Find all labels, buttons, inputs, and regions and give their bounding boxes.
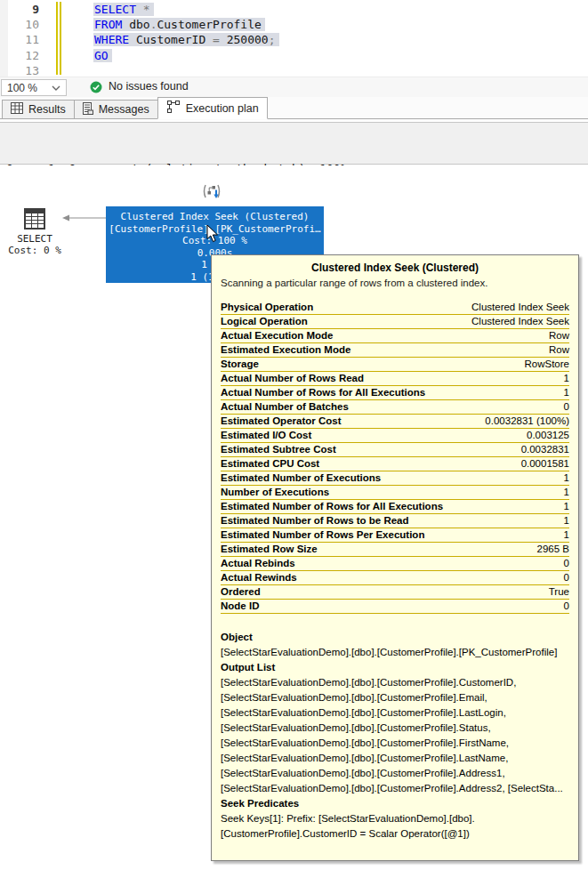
mouse-cursor-icon <box>206 224 219 243</box>
tooltip-row: Estimated Row Size2965 B <box>221 543 569 557</box>
tooltip-row-label: Estimated Execution Mode <box>221 343 350 357</box>
editor-status-bar: 100 % No issues found <box>0 77 588 97</box>
result-table-icon <box>24 207 45 230</box>
tooltip-row: Estimated I/O Cost0.003125 <box>221 429 569 443</box>
tooltip-row-value: True <box>549 585 569 599</box>
check-circle-icon <box>90 81 102 93</box>
tooltip-section-line: [SelectStarEvaluationDemo].[dbo].[Custom… <box>221 766 569 781</box>
tooltip-row: Estimated CPU Cost0.0001581 <box>221 457 569 471</box>
tooltip-row: Estimated Number of Rows to be Read1 <box>221 514 569 528</box>
sql-keyword: FROM <box>94 18 122 31</box>
line-number: 9 <box>0 3 39 16</box>
tooltip-row-value: 0 <box>564 571 569 584</box>
tooltip-row: Estimated Number of Rows Per Execution1 <box>221 528 569 543</box>
code-text: WHERE CustomerID = 250000; <box>93 33 279 46</box>
results-grid-icon <box>11 102 23 117</box>
tab-execution-plan[interactable]: Execution plan <box>157 97 268 119</box>
sql-token: dbo <box>122 18 149 31</box>
tooltip-row-value: 0 <box>564 557 569 570</box>
code-line[interactable]: 12GO <box>0 48 588 63</box>
tooltip-row-label: Estimated Number of Rows to be Read <box>221 514 409 528</box>
tab-label: Messages <box>99 103 149 116</box>
tooltip-row-label: Estimated Number of Executions <box>221 471 381 485</box>
tooltip-section-line: [SelectStarEvaluationDemo].[dbo].[Custom… <box>221 781 569 796</box>
tooltip-row-value: Clustered Index Seek <box>471 301 569 314</box>
tooltip-section-line: Seek Keys[1]: Prefix: [SelectStarEvaluat… <box>221 811 569 826</box>
plan-pan-icon <box>201 180 224 203</box>
tooltip-row-value: 1 <box>564 514 569 528</box>
tooltip-row-label: Estimated Number of Rows for All Executi… <box>221 500 443 513</box>
tooltip-section-header: Seek Predicates <box>221 796 569 811</box>
zoom-level-value: 100 % <box>7 82 37 94</box>
tooltip-row-value: 1 <box>564 486 569 499</box>
code-line[interactable]: 11WHERE CustomerID = 250000; <box>0 32 588 47</box>
tooltip-section-line: [CustomerProfile].CustomerID = Scalar Op… <box>221 826 569 842</box>
line-number: 10 <box>0 18 39 31</box>
tooltip-row-value: 0 <box>564 400 569 414</box>
track-changes-bar <box>60 2 61 75</box>
execution-plan-icon <box>166 101 181 116</box>
tooltip-row-label: Number of Executions <box>221 486 329 499</box>
code-text: GO <box>93 49 112 62</box>
sql-token: ; <box>269 33 276 46</box>
tooltip-row: Actual Rewinds0 <box>221 571 569 585</box>
tooltip-row: Estimated Execution ModeRow <box>221 343 569 358</box>
tooltip-row-label: Storage <box>221 358 259 371</box>
query-cost-header: Query 1: Query cost (relative to the bat… <box>0 122 588 165</box>
tooltip-section-header: Output List <box>221 660 569 675</box>
tooltip-row-value: 0.0032831 (100%) <box>485 415 569 428</box>
tooltip-row-label: Actual Rewinds <box>221 571 297 584</box>
sql-editor[interactable]: 9SELECT *10FROM dbo.CustomerProfile11WHE… <box>0 0 588 77</box>
plan-node-select[interactable]: SELECT Cost: 0 % <box>7 207 62 256</box>
tooltip-row: Actual Number of Batches0 <box>221 400 569 415</box>
sql-keyword: SELECT <box>94 3 136 16</box>
tooltip-row-label: Actual Execution Mode <box>221 329 334 342</box>
tab-label: Execution plan <box>186 102 259 115</box>
tooltip-row: Actual Execution ModeRow <box>221 329 569 343</box>
sql-token: 250000 <box>220 33 269 46</box>
tooltip-row: Actual Number of Rows Read1 <box>221 372 569 386</box>
sql-token: * <box>136 3 150 16</box>
tooltip-row: OrderedTrue <box>221 585 569 600</box>
track-changes-bar <box>56 2 58 75</box>
tooltip-row-label: Ordered <box>221 585 261 599</box>
tooltip-description: Scanning a particular range of rows from… <box>221 276 569 290</box>
tooltip-row-label: Estimated Number of Rows Per Execution <box>221 528 424 542</box>
chevron-down-icon <box>52 85 60 91</box>
tooltip-rows: Physical OperationClustered Index SeekLo… <box>221 301 569 614</box>
plan-edge-arrow <box>62 213 107 223</box>
tooltip-row-label: Actual Number of Rows Read <box>221 372 364 385</box>
code-line[interactable]: 10FROM dbo.CustomerProfile <box>0 17 588 32</box>
tooltip-row-label: Actual Number of Rows for All Executions <box>221 386 425 399</box>
tooltip-row-value: 1 <box>564 386 569 399</box>
tab-results[interactable]: Results <box>2 100 75 119</box>
tooltip-row: Number of Executions1 <box>221 486 569 500</box>
tooltip-row-value: 0.003125 <box>527 429 569 442</box>
tooltip-row-label: Estimated Subtree Cost <box>221 443 336 456</box>
tooltip-row-label: Logical Operation <box>221 315 308 328</box>
editor-lines[interactable]: 9SELECT *10FROM dbo.CustomerProfile11WHE… <box>0 2 588 78</box>
tooltip-row-label: Estimated CPU Cost <box>221 457 319 471</box>
tooltip-row: Estimated Operator Cost0.0032831 (100%) <box>221 415 569 429</box>
zoom-level-dropdown[interactable]: 100 % <box>1 79 67 96</box>
tab-messages[interactable]: Messages <box>74 100 158 119</box>
line-number: 13 <box>0 64 39 77</box>
tooltip-row: Estimated Subtree Cost0.0032831 <box>221 443 569 457</box>
tooltip-section-header: Object <box>221 630 569 645</box>
tooltip-row-label: Estimated Row Size <box>221 543 318 556</box>
seek-node-line: Clustered Index Seek (Clustered) <box>106 211 324 223</box>
results-pane-tabstrip: ResultsMessagesExecution plan <box>0 97 588 120</box>
tooltip-section-line: [SelectStarEvaluationDemo].[dbo].[Custom… <box>221 721 569 736</box>
tooltip-row-value: 0.0001581 <box>521 457 569 471</box>
sql-token: CustomerProfile <box>157 18 261 31</box>
issues-status-text: No issues found <box>109 80 189 93</box>
tooltip-row-value: 1 <box>564 528 569 542</box>
tooltip-section-line: [SelectStarEvaluationDemo].[dbo].[Custom… <box>221 705 569 721</box>
messages-icon <box>83 102 93 117</box>
tooltip-row-value: 0.0032831 <box>521 443 569 456</box>
tooltip-row-value: Row <box>549 343 569 357</box>
tooltip-row-label: Actual Number of Batches <box>221 400 349 414</box>
code-line[interactable]: 9SELECT * <box>0 2 588 17</box>
tooltip-section-line: [SelectStarEvaluationDemo].[dbo].[Custom… <box>221 736 569 751</box>
tooltip-row-label: Estimated I/O Cost <box>221 429 311 442</box>
